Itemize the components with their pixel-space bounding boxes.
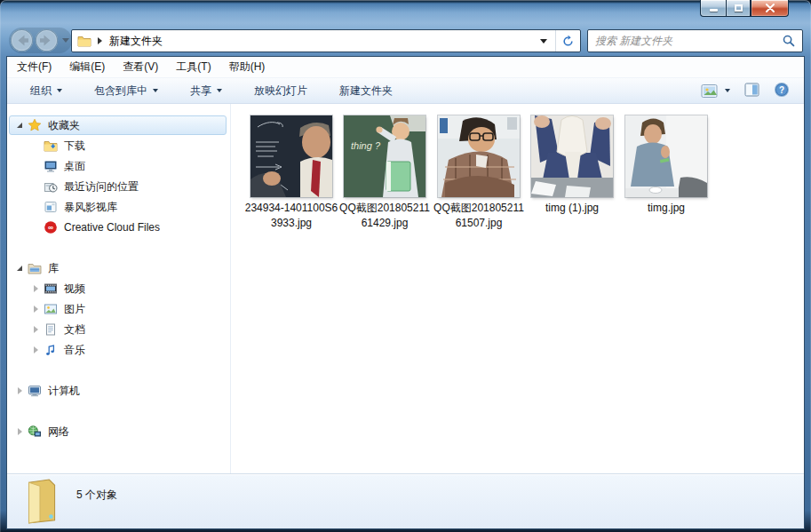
creative-cloud-icon: ∞: [44, 220, 58, 234]
recent-places-icon: [44, 179, 58, 194]
blackboard-teacher-photo: [250, 115, 332, 197]
breadcrumb-caret-icon[interactable]: [98, 37, 102, 44]
expander-closed-icon[interactable]: [30, 326, 41, 333]
share-button[interactable]: 共享: [179, 79, 233, 103]
white-scarf-person-photo: [531, 115, 613, 197]
menu-bar: 文件(F) 编辑(E) 查看(V) 工具(T) 帮助(H): [7, 57, 804, 77]
item-count: 5 个对象: [76, 488, 117, 503]
media-library-icon: [44, 200, 58, 214]
file-list: 234934-1401100S63933.jpg thing ?: [232, 104, 804, 473]
chevron-down-icon: [217, 89, 222, 92]
menu-tools[interactable]: 工具(T): [176, 60, 211, 75]
maximize-icon: [735, 4, 743, 12]
file-thumbnail[interactable]: thing ?: [344, 115, 425, 197]
sidebar-item-baofeng-library[interactable]: 暴风影视库: [7, 197, 230, 217]
chevron-down-icon: [725, 89, 730, 92]
folder-icon: [77, 34, 91, 48]
sidebar-group-network[interactable]: 网络: [7, 422, 230, 441]
address-bar[interactable]: 新建文件夹: [71, 29, 581, 52]
command-toolbar: 组织 包含到库中 共享 放映幻灯片 新建文件夹: [7, 77, 804, 104]
open-folder-icon: [20, 478, 61, 526]
pictures-icon: [44, 302, 58, 316]
libraries-icon: [28, 261, 42, 275]
expander-closed-icon[interactable]: [30, 346, 41, 353]
explorer-window: 新建文件夹 文件(F) 编辑(E) 查看(V) 工具(T) 帮助(H) 组织: [0, 0, 811, 532]
include-in-library-button[interactable]: 包含到库中: [83, 79, 169, 103]
sidebar-group-libraries[interactable]: 库: [7, 258, 230, 278]
star-icon: [28, 118, 42, 132]
maximize-button[interactable]: [726, 0, 751, 17]
refresh-button[interactable]: [556, 30, 580, 52]
desktop-icon: [44, 159, 58, 173]
file-name[interactable]: timg (1).jpg: [525, 201, 619, 216]
organize-button[interactable]: 组织: [20, 79, 73, 103]
computer-icon: [28, 384, 42, 398]
window-controls: [700, 0, 789, 17]
views-icon: [701, 83, 718, 99]
new-folder-button[interactable]: 新建文件夹: [329, 79, 403, 103]
svg-text:∞: ∞: [48, 223, 53, 232]
svg-text:thing ?: thing ?: [351, 140, 381, 151]
close-button[interactable]: [751, 0, 789, 17]
music-icon: [44, 343, 58, 357]
expander-closed-icon[interactable]: [14, 387, 25, 394]
expander-open-icon[interactable]: [14, 266, 25, 271]
menu-help[interactable]: 帮助(H): [229, 60, 266, 75]
refresh-icon: [561, 35, 575, 48]
nav-buttons: [9, 28, 72, 53]
expander-closed-icon[interactable]: [14, 428, 25, 435]
file-thumbnail[interactable]: [438, 115, 520, 197]
menu-file[interactable]: 文件(F): [17, 60, 52, 75]
file-name[interactable]: timg.jpg: [619, 201, 713, 216]
help-icon: ?: [774, 82, 790, 98]
file-name[interactable]: 234934-1401100S63933.jpg: [244, 201, 338, 231]
sidebar-item-music[interactable]: 音乐: [7, 340, 230, 360]
search-input[interactable]: [588, 35, 782, 47]
toolbar-right-icons: ?: [701, 82, 790, 100]
search-box: [587, 29, 803, 52]
recent-pages-caret[interactable]: [62, 38, 69, 43]
close-icon: [765, 4, 775, 12]
network-icon: [28, 425, 42, 439]
file-thumbnail[interactable]: [625, 115, 707, 197]
gesturing-man-photo: [625, 115, 707, 197]
file-name[interactable]: QQ截图20180521161507.jpg: [432, 201, 526, 231]
forward-button[interactable]: [35, 28, 59, 52]
sidebar-group-favorites[interactable]: 收藏夹: [7, 115, 230, 135]
sidebar-item-documents[interactable]: 文档: [7, 320, 230, 339]
address-dropdown-caret[interactable]: [540, 39, 547, 44]
sidebar-item-pictures[interactable]: 图片: [7, 299, 230, 319]
chevron-down-icon: [57, 89, 62, 92]
help-button[interactable]: ?: [774, 82, 790, 100]
breadcrumb-folder[interactable]: 新建文件夹: [109, 34, 163, 49]
expander-closed-icon[interactable]: [30, 285, 41, 292]
videos-icon: [44, 282, 58, 296]
sidebar-item-creative-cloud-files[interactable]: ∞ Creative Cloud Files: [7, 218, 230, 237]
expander-open-icon[interactable]: [14, 123, 25, 128]
slideshow-button[interactable]: 放映幻灯片: [243, 79, 318, 103]
menu-view[interactable]: 查看(V): [123, 60, 158, 75]
svg-text:?: ?: [779, 84, 784, 94]
back-button[interactable]: [10, 28, 34, 52]
change-view-button[interactable]: [701, 83, 730, 99]
downloads-folder-icon: [44, 139, 58, 153]
preview-pane-button[interactable]: [744, 83, 759, 99]
file-thumbnail[interactable]: [250, 115, 332, 197]
file-thumbnail[interactable]: [531, 115, 613, 197]
sidebar-item-downloads[interactable]: 下载: [7, 136, 230, 155]
sidebar-item-recent-places[interactable]: 最近访问的位置: [7, 177, 230, 196]
documents-icon: [44, 322, 58, 337]
search-icon[interactable]: [782, 34, 796, 48]
student-plaid-shirt-photo: [438, 115, 520, 197]
sidebar-item-desktop[interactable]: 桌面: [7, 156, 230, 176]
menu-edit[interactable]: 编辑(E): [69, 60, 105, 75]
sidebar-group-computer[interactable]: 计算机: [7, 381, 230, 401]
preview-pane-icon: [744, 83, 759, 97]
file-name[interactable]: QQ截图20180521161429.jpg: [338, 201, 432, 231]
green-chalkboard-student-photo: thing ?: [344, 115, 425, 197]
expander-closed-icon[interactable]: [30, 306, 41, 313]
sidebar-item-videos[interactable]: 视频: [7, 279, 230, 298]
minimize-button[interactable]: [700, 0, 726, 17]
main-area: 收藏夹 下载: [7, 104, 804, 473]
navigation-pane: 收藏夹 下载: [7, 104, 231, 473]
